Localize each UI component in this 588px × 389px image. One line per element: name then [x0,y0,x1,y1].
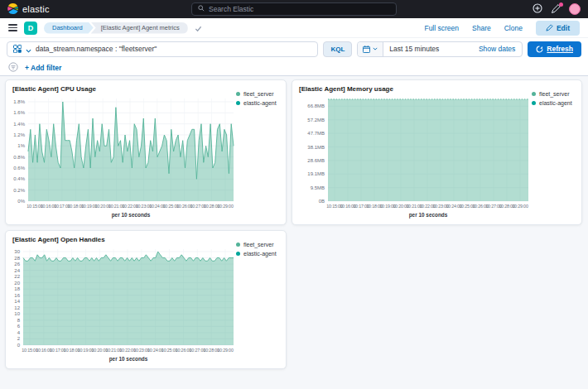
newsfeed-pen-icon[interactable] [551,4,561,14]
svg-text:10: 10 [14,311,20,316]
svg-text:10:29:00: 10:29:00 [217,348,234,353]
add-filter-button[interactable]: + Add filter [25,64,61,72]
elastic-logo-icon [7,3,18,16]
refresh-icon [536,46,543,53]
date-picker: Last 15 minutes Show dates [357,41,523,57]
legend-dot [236,252,240,256]
breadcrumb-current-page[interactable]: [Elastic Agent] Agent metrics [91,22,188,34]
svg-text:0%: 0% [17,199,25,204]
svg-text:0B: 0B [319,199,325,204]
svg-text:66.8MB: 66.8MB [307,103,325,108]
svg-text:4: 4 [17,330,21,335]
svg-text:0.2%: 0.2% [13,188,25,193]
refresh-button[interactable]: Refresh [528,41,581,57]
elastic-brand[interactable]: elastic [7,3,50,16]
panel-cpu-usage: [Elastic Agent] CPU Usage 0%0.2%0.4%0.6%… [5,79,287,225]
query-bar: data_stream.namespace : "fleetserver" KQ… [0,38,588,60]
top-nav: elastic Search Elastic [0,0,588,18]
legend-dot [236,243,240,247]
legend-item-elastic-agent[interactable]: elastic-agent [236,100,282,106]
chevron-down-icon [373,47,378,50]
svg-text:9.5MB: 9.5MB [311,185,325,190]
full-screen-button[interactable]: Full screen [424,24,459,32]
chart-legend: fleet_server elastic-agent [236,242,282,257]
global-search-input[interactable]: Search Elastic [191,2,397,16]
edit-button[interactable]: Edit [536,21,580,36]
svg-text:26: 26 [14,262,20,267]
svg-text:2: 2 [17,336,21,341]
filter-bar: + Add filter [0,60,588,76]
svg-text:per 10 seconds: per 10 seconds [112,212,151,219]
svg-text:18: 18 [14,286,20,291]
svg-text:1.4%: 1.4% [13,122,25,127]
date-quick-select[interactable] [358,42,383,56]
user-avatar[interactable] [569,3,581,15]
share-button[interactable]: Share [472,24,491,32]
svg-text:8: 8 [17,318,21,323]
svg-text:0: 0 [17,343,21,348]
svg-text:0.4%: 0.4% [13,176,25,181]
dashboard-app-icon[interactable]: D [24,22,37,35]
svg-text:38.1MB: 38.1MB [307,145,325,150]
dashboard-grid: [Elastic Agent] CPU Usage 0%0.2%0.4%0.6%… [0,76,588,389]
legend-item-fleet-server[interactable]: fleet_server [236,242,282,247]
data-view-picker-icon[interactable] [13,41,22,56]
svg-text:19.1MB: 19.1MB [307,171,325,176]
svg-text:10:29:00: 10:29:00 [217,204,234,209]
svg-text:1%: 1% [17,143,25,148]
open-handles-chart[interactable]: 02468101214161820222426283010:15:0010:16… [6,244,236,363]
header-breadcrumb-row: D Dashboard [Elastic Agent] Agent metric… [0,18,588,38]
panel-memory-usage: [Elastic Agent] Memory usage 0B9.5MB19.1… [292,79,582,225]
kql-query-input[interactable]: data_stream.namespace : "fleetserver" [7,41,318,57]
breadcrumb: Dashboard [Elastic Agent] Agent metrics [44,22,188,34]
svg-text:0.6%: 0.6% [13,166,25,170]
plus-circle-icon[interactable] [533,2,542,17]
filter-icon[interactable] [8,60,18,75]
cpu-usage-chart[interactable]: 0%0.2%0.4%0.6%0.8%1%1.2%1.4%1.6%1.8%10:1… [6,94,236,219]
svg-text:28.6MB: 28.6MB [307,158,325,163]
svg-text:14: 14 [14,299,20,304]
calendar-icon [363,46,370,53]
svg-text:12: 12 [14,305,20,310]
svg-text:47.7MB: 47.7MB [307,131,325,136]
legend-dot [236,92,240,96]
legend-item-fleet-server[interactable]: fleet_server [532,91,577,97]
chevron-down-icon[interactable] [26,41,31,56]
chart-legend: fleet_server elastic-agent [236,91,282,106]
svg-text:1.6%: 1.6% [13,110,25,115]
legend-dot [532,101,536,105]
brand-text: elastic [22,4,50,14]
svg-text:1.8%: 1.8% [13,99,25,104]
kql-popover-button[interactable]: KQL [323,41,352,57]
svg-text:10:29:00: 10:29:00 [512,204,528,209]
clone-button[interactable]: Clone [504,24,523,32]
check-icon [195,21,202,36]
legend-dot [532,92,536,96]
svg-text:per 10 seconds: per 10 seconds [109,356,148,363]
chart-legend: fleet_server elastic-agent [532,91,577,106]
query-text[interactable]: data_stream.namespace : "fleetserver" [36,45,311,53]
pencil-icon [546,24,553,31]
time-range-value[interactable]: Last 15 minutes [383,45,479,53]
svg-text:24: 24 [14,268,20,273]
global-search-placeholder: Search Elastic [209,5,253,13]
header-actions: Full screen Share Clone Edit [424,21,580,36]
svg-text:22: 22 [14,274,20,279]
legend-item-elastic-agent[interactable]: elastic-agent [236,251,282,257]
svg-text:6: 6 [17,324,21,329]
notification-badge [559,2,563,7]
svg-text:28: 28 [14,256,20,261]
show-dates-button[interactable]: Show dates [479,45,522,53]
svg-text:0.8%: 0.8% [13,155,25,160]
svg-text:1.2%: 1.2% [13,132,25,137]
svg-text:20: 20 [14,281,20,286]
svg-text:30: 30 [14,249,20,254]
menu-icon[interactable] [8,24,17,31]
legend-item-fleet-server[interactable]: fleet_server [236,91,282,97]
breadcrumb-dashboard[interactable]: Dashboard [44,22,94,34]
memory-usage-chart[interactable]: 0B9.5MB19.1MB28.6MB38.1MB47.7MB57.2MB66.… [292,94,531,219]
legend-dot [236,101,240,105]
svg-text:57.2MB: 57.2MB [307,118,325,122]
svg-text:per 10 seconds: per 10 seconds [409,212,448,219]
legend-item-elastic-agent[interactable]: elastic-agent [532,100,577,106]
